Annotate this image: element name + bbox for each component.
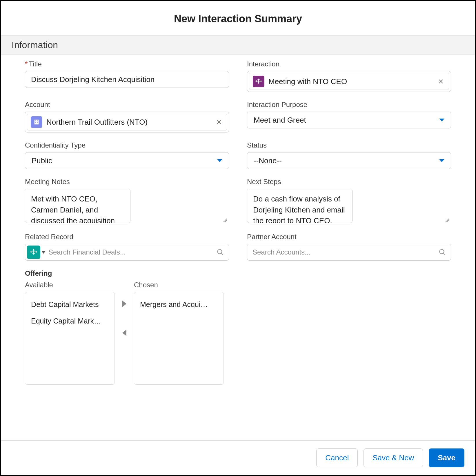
chevron-right-icon xyxy=(122,301,126,307)
svg-point-5 xyxy=(217,249,222,254)
account-pill-text: Northern Trail Outfitters (NTO) xyxy=(46,118,210,127)
chosen-label: Chosen xyxy=(134,281,224,289)
chevron-down-icon xyxy=(439,159,444,162)
svg-rect-2 xyxy=(37,121,38,121)
cancel-button[interactable]: Cancel xyxy=(316,448,358,467)
section-header: Information xyxy=(1,35,475,55)
status-select[interactable]: --None-- xyxy=(247,152,451,169)
object-switcher[interactable] xyxy=(27,246,46,259)
account-lookup[interactable]: Northern Trail Outfitters (NTO) xyxy=(25,112,229,132)
partner-account-label: Partner Account xyxy=(247,233,451,241)
modal-header: New Interaction Summary xyxy=(1,1,475,35)
interaction-purpose-label: Interaction Purpose xyxy=(247,101,451,109)
offering-label: Offering xyxy=(25,269,229,277)
chevron-left-icon xyxy=(122,330,126,336)
account-icon xyxy=(31,116,42,128)
chosen-list[interactable]: Mergers and Acqui… xyxy=(134,292,224,385)
svg-rect-4 xyxy=(37,122,38,123)
interaction-pill-text: Meeting with NTO CEO xyxy=(268,77,433,86)
chevron-down-icon xyxy=(217,159,222,162)
next-steps-label: Next Steps xyxy=(247,178,451,186)
list-item[interactable]: Equity Capital Mark… xyxy=(25,313,115,329)
svg-point-6 xyxy=(439,249,444,254)
available-list[interactable]: Debt Capital Markets Equity Capital Mark… xyxy=(25,292,115,385)
svg-rect-1 xyxy=(35,121,36,121)
move-right-button[interactable] xyxy=(120,299,129,308)
meeting-notes-textarea[interactable] xyxy=(25,189,130,223)
interaction-lookup[interactable]: Meeting with NTO CEO xyxy=(247,71,451,92)
chevron-down-icon xyxy=(439,119,444,121)
related-record-input[interactable] xyxy=(48,248,214,256)
available-label: Available xyxy=(25,281,115,289)
partner-account-input[interactable] xyxy=(250,248,436,256)
title-label: *Title xyxy=(25,60,229,68)
confidentiality-value: Public xyxy=(32,156,52,165)
remove-account-icon[interactable] xyxy=(215,118,223,126)
meeting-notes-label: Meeting Notes xyxy=(25,178,229,186)
interaction-purpose-select[interactable]: Meet and Greet xyxy=(247,112,451,128)
new-interaction-summary-modal: New Interaction Summary Information *Tit… xyxy=(0,0,476,476)
related-record-label: Related Record xyxy=(25,233,229,241)
status-label: Status xyxy=(247,141,451,149)
interaction-purpose-value: Meet and Greet xyxy=(254,116,306,125)
interaction-pill[interactable]: Meeting with NTO CEO xyxy=(249,73,449,90)
search-icon xyxy=(217,248,224,256)
confidentiality-label: Confidentiality Type xyxy=(25,141,229,149)
list-item[interactable]: Mergers and Acqui… xyxy=(134,296,224,313)
partner-account-lookup[interactable] xyxy=(247,244,451,261)
next-steps-textarea[interactable] xyxy=(247,189,353,223)
save-and-new-button[interactable]: Save & New xyxy=(364,448,423,467)
title-input[interactable] xyxy=(25,71,229,88)
svg-rect-0 xyxy=(34,120,39,125)
chevron-down-icon xyxy=(41,251,46,254)
list-item[interactable]: Debt Capital Markets xyxy=(25,296,115,313)
modal-title: New Interaction Summary xyxy=(1,13,475,25)
interaction-label: Interaction xyxy=(247,60,451,68)
financial-deal-icon xyxy=(27,246,40,259)
status-value: --None-- xyxy=(254,156,282,165)
search-icon xyxy=(439,248,446,256)
confidentiality-select[interactable]: Public xyxy=(25,152,229,169)
related-record-lookup[interactable] xyxy=(25,244,229,261)
offering-dual-list: Available Debt Capital Markets Equity Ca… xyxy=(25,281,229,385)
account-pill[interactable]: Northern Trail Outfitters (NTO) xyxy=(27,114,227,130)
form-body: *Title Interaction Meeting with NTO CEO xyxy=(1,55,475,440)
move-left-button[interactable] xyxy=(120,328,129,337)
modal-footer: Cancel Save & New Save xyxy=(1,440,475,475)
section-label: Information xyxy=(12,40,58,50)
save-button[interactable]: Save xyxy=(429,448,464,467)
svg-rect-3 xyxy=(35,122,36,123)
account-label: Account xyxy=(25,101,229,109)
interaction-icon xyxy=(253,76,264,87)
required-indicator: * xyxy=(25,60,28,68)
remove-interaction-icon[interactable] xyxy=(437,77,445,86)
